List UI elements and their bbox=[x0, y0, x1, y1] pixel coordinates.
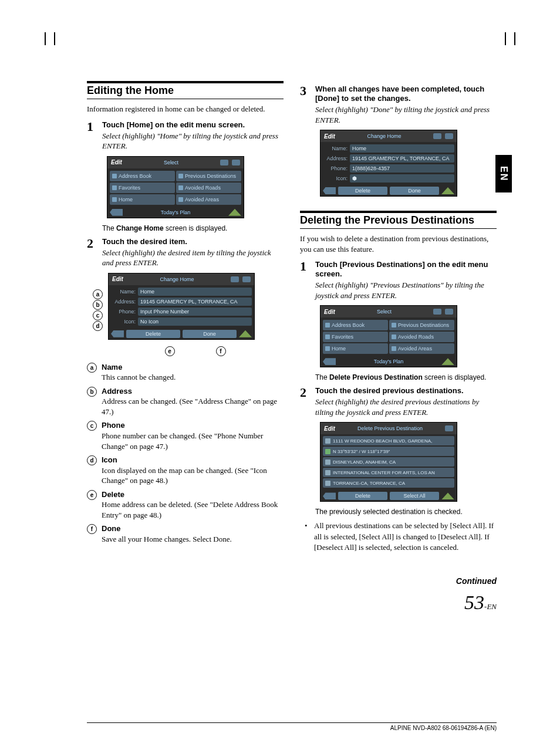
map-icon bbox=[433, 309, 441, 315]
callout-c: c bbox=[93, 310, 103, 320]
def-key: e bbox=[87, 490, 97, 500]
opt-previous-destinations[interactable]: Previous Destinations bbox=[176, 171, 241, 181]
opt-home[interactable]: Home bbox=[323, 343, 388, 354]
list-item[interactable]: INTERNATIONAL CENTER FOR ARTS, LOS AN bbox=[323, 468, 454, 477]
list-item[interactable]: N 33°53'32" / W 118°17'39" bbox=[323, 447, 454, 456]
delete-button[interactable]: Delete bbox=[338, 187, 387, 195]
callout-f: f bbox=[216, 346, 226, 356]
field-value-phone[interactable]: 1(888)628-4357 bbox=[350, 164, 454, 173]
list-item[interactable]: TORRANCE-CA, TORRANCE, CA bbox=[323, 478, 454, 488]
checkbox-icon[interactable] bbox=[325, 470, 330, 475]
checkbox-icon[interactable] bbox=[325, 481, 330, 486]
back-icon[interactable] bbox=[111, 330, 124, 337]
section-heading-editing: Editing the Home bbox=[87, 81, 284, 99]
field-value-phone[interactable]: Input Phone Number bbox=[138, 308, 252, 316]
callout-d: d bbox=[93, 321, 103, 331]
dev-subtitle: Change Home bbox=[127, 276, 227, 282]
note-delete-prev: The Delete Previous Destination screen i… bbox=[315, 373, 497, 381]
def-desc: This cannot be changed. bbox=[102, 373, 176, 381]
step-em: Select (highlight) "Done" by tilting the… bbox=[315, 104, 497, 125]
step-bracket: [Previous Destinations] bbox=[340, 260, 425, 269]
page-number: 53-EN bbox=[300, 592, 497, 614]
step-em: Select (highlight) "Previous Destination… bbox=[315, 280, 497, 300]
select-all-button[interactable]: Select All bbox=[390, 492, 439, 500]
up-icon[interactable] bbox=[441, 492, 454, 499]
def-title: Done bbox=[102, 524, 121, 533]
def-title: Name bbox=[102, 363, 122, 371]
dev-subtitle: Select bbox=[339, 309, 430, 315]
grid-icon bbox=[445, 133, 453, 139]
opt-home[interactable]: Home bbox=[110, 194, 175, 205]
opt-favorites[interactable]: Favorites bbox=[110, 183, 175, 193]
field-value-address[interactable]: 19145 GRAMERCY PL, TORRANCE, CA bbox=[350, 154, 454, 163]
back-icon[interactable] bbox=[323, 492, 336, 499]
list-item[interactable]: DISNEYLAND, ANAHEIM, CA bbox=[323, 457, 454, 467]
def-desc: Home address can be deleted. (See "Delet… bbox=[102, 500, 278, 519]
opt-avoided-roads[interactable]: Avoided Roads bbox=[176, 183, 241, 193]
step-2: 2 Touch the desired item. Select (highli… bbox=[87, 237, 284, 268]
callout-e: e bbox=[165, 346, 175, 356]
field-value-icon[interactable]: No Icon bbox=[138, 317, 252, 326]
done-button[interactable]: Done bbox=[183, 330, 237, 338]
def-key: c bbox=[87, 421, 97, 431]
field-label: Phone: bbox=[323, 165, 348, 171]
field-label: Address: bbox=[111, 299, 136, 305]
dev-subtitle: Delete Previous Destination bbox=[339, 425, 441, 431]
grid-icon bbox=[242, 276, 251, 282]
device-edit-select: EditSelect Address Book Previous Destina… bbox=[107, 156, 244, 218]
field-value-address[interactable]: 19145 GRAMERCY PL, TORRANCE, CA bbox=[138, 298, 252, 306]
opt-avoided-roads[interactable]: Avoided Roads bbox=[389, 332, 454, 342]
opt-avoided-areas[interactable]: Avoided Areas bbox=[176, 194, 241, 205]
step-number: 2 bbox=[300, 386, 311, 417]
definitions-list: aNameThis cannot be changed. bAddressAdd… bbox=[87, 362, 284, 545]
def-title: Delete bbox=[102, 490, 124, 499]
intro-text: Information registered in home can be ch… bbox=[87, 104, 284, 114]
list-item[interactable]: 1111 W REDONDO BEACH BLVD, GARDENA, bbox=[323, 436, 454, 445]
up-icon[interactable] bbox=[228, 209, 241, 216]
opt-previous-destinations[interactable]: Previous Destinations bbox=[389, 320, 454, 330]
todays-plan-button[interactable]: Today's Plan bbox=[125, 210, 226, 215]
field-value-name[interactable]: Home bbox=[138, 288, 252, 296]
field-label: Address: bbox=[323, 156, 348, 161]
def-desc: Phone number can be changed. (See "Phone… bbox=[102, 431, 263, 451]
dev-subtitle: Change Home bbox=[339, 133, 430, 139]
language-tab: EN bbox=[495, 155, 512, 192]
dev-title: Edit bbox=[324, 133, 335, 140]
up-icon[interactable] bbox=[239, 330, 252, 337]
back-icon[interactable] bbox=[323, 187, 336, 194]
up-icon[interactable] bbox=[441, 187, 454, 194]
field-value-name[interactable]: Home bbox=[350, 144, 454, 153]
grid-icon bbox=[232, 160, 240, 165]
opt-address-book[interactable]: Address Book bbox=[323, 320, 388, 330]
step-number: 1 bbox=[300, 260, 311, 300]
done-button[interactable]: Done bbox=[390, 187, 439, 195]
step-text: When all changes have been completed, to… bbox=[315, 85, 484, 93]
field-value-icon[interactable]: ⬢ bbox=[350, 174, 454, 183]
field-label: Name: bbox=[111, 289, 136, 295]
back-icon[interactable] bbox=[110, 209, 123, 216]
delete-button[interactable]: Delete bbox=[126, 330, 180, 338]
step-text: Touch bbox=[315, 260, 340, 269]
todays-plan-button[interactable]: Today's Plan bbox=[338, 359, 439, 364]
step-1: 1 Touch [Home] on the edit menu screen. … bbox=[87, 120, 284, 151]
delete-button[interactable]: Delete bbox=[338, 492, 387, 500]
opt-avoided-areas[interactable]: Avoided Areas bbox=[389, 343, 454, 354]
device-change-home-filled: EditChange Home Name:Home Address:19145 … bbox=[320, 130, 457, 197]
def-desc: Save all your Home changes. Select Done. bbox=[102, 535, 232, 543]
note-change-home: The Change Home screen is displayed. bbox=[102, 224, 284, 232]
step-3: 3 When all changes have been completed, … bbox=[300, 85, 497, 125]
checkbox-icon[interactable] bbox=[325, 460, 330, 465]
intro-text: If you wish to delete a destination from… bbox=[300, 234, 497, 254]
checkbox-icon[interactable] bbox=[325, 438, 330, 444]
up-icon[interactable] bbox=[441, 358, 454, 365]
def-key: b bbox=[87, 387, 97, 397]
opt-address-book[interactable]: Address Book bbox=[110, 171, 175, 181]
device-edit-select-2: EditSelect Address Book Previous Destina… bbox=[320, 305, 457, 367]
step-bracket: [Done] bbox=[315, 94, 339, 103]
step-number: 2 bbox=[87, 237, 97, 268]
checkbox-icon[interactable] bbox=[325, 449, 330, 454]
opt-favorites[interactable]: Favorites bbox=[323, 332, 388, 342]
step-text: Touch bbox=[102, 120, 127, 129]
def-title: Address bbox=[102, 387, 132, 396]
back-icon[interactable] bbox=[323, 358, 336, 365]
